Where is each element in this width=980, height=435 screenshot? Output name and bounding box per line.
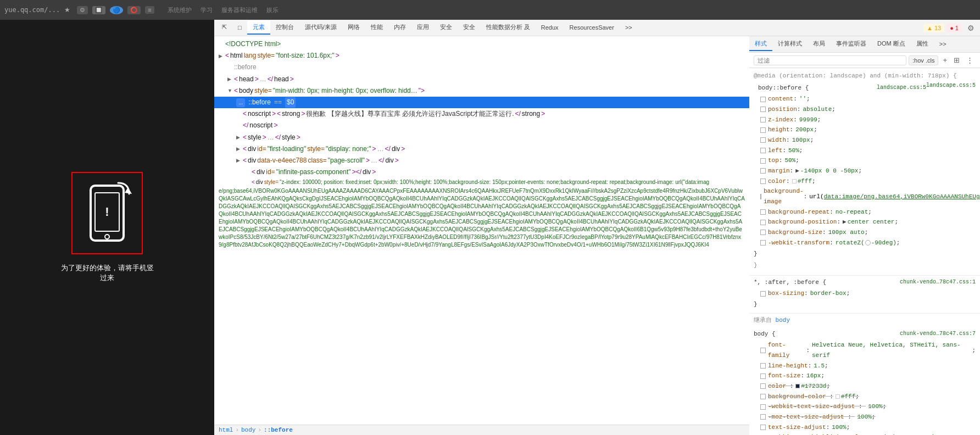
bookmark-systemmaint[interactable]: 系统维护 — [168, 6, 192, 14]
dt-tab-performance[interactable]: 性能 — [365, 21, 388, 35]
styles-tab-layout[interactable]: 布局 — [808, 37, 831, 51]
dt-tab-security[interactable]: 安全 — [435, 21, 458, 35]
dt-tab-network[interactable]: 网络 — [342, 21, 365, 35]
prop-checkbox-webkit-textsize[interactable] — [760, 404, 766, 410]
inherited-body-link[interactable]: body — [776, 317, 790, 324]
style-prop-content[interactable]: content : ''; — [749, 94, 980, 104]
style-prop-bg-position[interactable]: background-position : ▶ center center; — [749, 217, 980, 227]
styles-tab-more[interactable]: >> — [934, 38, 952, 51]
color-swatch-dark[interactable] — [795, 384, 800, 388]
prop-checkbox-bgcolor-body[interactable] — [760, 394, 766, 399]
breadcrumb-html[interactable]: html — [219, 427, 233, 433]
style-prop-bg-size[interactable]: background-size : 100px auto; — [749, 227, 980, 238]
style-prop-fontsize[interactable]: font-size : 16px; — [749, 371, 980, 381]
style-prop-moz-textsize[interactable]: -moz-text-size-adjust : 100%; — [749, 412, 980, 422]
prop-checkbox-fontfamily[interactable] — [760, 348, 766, 353]
style-prop-color-body[interactable]: color : #17233d; — [749, 381, 980, 392]
dt-errors-badge[interactable]: ● 1 — [946, 24, 962, 32]
dt-tab-perfdata[interactable]: 性能数据分析 及 — [481, 21, 536, 35]
style-source-chunk[interactable]: chunk-vendo…78c47.css:1 — [900, 278, 976, 287]
dt-tab-memory[interactable]: 内存 — [388, 21, 411, 35]
ext-icon-3[interactable]: 🔵 — [110, 6, 123, 14]
ext-icon-2[interactable]: 🔲 — [92, 6, 105, 14]
dt-tab-sources[interactable]: 源代码/来源 — [299, 21, 342, 35]
bookmark-entertainment[interactable]: 娱乐 — [266, 6, 279, 14]
style-prop-zindex[interactable]: z-index : 99999; — [749, 115, 980, 125]
style-prop-margin[interactable]: margin : ▶ -140px 0 0 -50px; — [749, 166, 980, 176]
dt-tab-lighthouse[interactable]: 安全 — [458, 21, 481, 35]
prop-checkbox-textsize[interactable] — [760, 425, 766, 430]
style-prop-top[interactable]: top : 50%; — [749, 155, 980, 166]
ext-icon-4[interactable]: ⭕ — [127, 6, 141, 14]
style-source-landscape2[interactable]: landscape.css:5 — [877, 83, 926, 92]
breadcrumb-body[interactable]: body — [241, 427, 255, 433]
filter-state-btn[interactable]: :hov .cls — [909, 55, 938, 65]
style-prop-webkit-taphighlight[interactable]: -webkit-tap-highlight-color : rgba(0, 0,… — [749, 432, 980, 435]
prop-checkbox-boxsizing[interactable] — [760, 291, 766, 297]
prop-checkbox-position[interactable] — [760, 107, 766, 112]
prop-checkbox-bg-position[interactable] — [760, 220, 766, 225]
prop-checkbox-height[interactable] — [760, 127, 766, 133]
dt-tab-application[interactable]: 应用 — [411, 21, 435, 35]
style-prop-webkit-textsize[interactable]: -webkit-text-size-adjust : 100%; — [749, 401, 980, 412]
color-swatch-white[interactable] — [792, 179, 797, 183]
prop-checkbox-color-body[interactable] — [760, 383, 766, 389]
styles-tab-computed[interactable]: 计算样式 — [772, 37, 808, 51]
prop-checkbox-lineheight[interactable] — [760, 363, 766, 369]
prop-checkbox-width[interactable] — [760, 137, 766, 143]
styles-tab-dombreakpoints[interactable]: DOM 断点 — [872, 37, 911, 51]
color-swatch-white2[interactable] — [836, 394, 840, 399]
dt-tab-more[interactable]: >> — [620, 22, 638, 34]
prop-checkbox-top[interactable] — [760, 158, 766, 164]
prop-checkbox-bg-image[interactable] — [760, 194, 761, 199]
style-prop-lineheight[interactable]: line-height : 1.5; — [749, 361, 980, 371]
style-prop-color[interactable]: color : #fff; — [749, 176, 980, 187]
style-prop-bg-repeat[interactable]: background-repeat : no-repeat; — [749, 207, 980, 217]
prop-checkbox-zindex[interactable] — [760, 117, 766, 122]
prop-checkbox-fontsize[interactable] — [760, 373, 766, 379]
dt-tab-redux[interactable]: Redux — [536, 22, 564, 34]
dt-tab-console[interactable]: 控制台 — [270, 21, 299, 35]
style-prop-boxsizing[interactable]: box-sizing : border-box; — [749, 288, 980, 299]
dt-tab-inspect[interactable]: □ — [232, 22, 247, 34]
style-prop-position[interactable]: position : absolute; — [749, 104, 980, 115]
style-prop-width[interactable]: width : 100px; — [749, 135, 980, 146]
html-line-before-selected[interactable]: ... ::before == $0 — [214, 97, 749, 108]
style-prop-left[interactable]: left : 50%; — [749, 146, 980, 156]
color-swatch-circle[interactable] — [865, 240, 871, 246]
html-panel[interactable]: <!DOCTYPE html> ▶ <html lang style="font… — [214, 36, 749, 425]
filter-input[interactable] — [754, 55, 906, 65]
prop-checkbox-margin[interactable] — [760, 168, 766, 174]
bg-image-link[interactable]: data:image/png.base64,iVBORw0KGoAAAANSUh… — [824, 192, 980, 202]
prop-checkbox-color[interactable] — [760, 179, 766, 184]
style-prop-fontfamily[interactable]: font-family : Helvetica Neue, Helvetica,… — [749, 340, 980, 360]
prop-checkbox-bg-repeat[interactable] — [760, 209, 766, 215]
styles-tab-eventlisteners[interactable]: 事件监听器 — [831, 37, 872, 51]
html-line-firstloading[interactable]: ▶ <div id="first-loading" style="display… — [214, 143, 749, 155]
html-line-body[interactable]: ▼ <body style="min-width: 0px; min-heigh… — [214, 85, 749, 97]
prop-checkbox-moz-textsize[interactable] — [760, 414, 766, 420]
bookmark-learning[interactable]: 学习 — [201, 6, 213, 14]
html-line-pagescroll[interactable]: ▶ <div data-v-e4eec788 class="page-scrol… — [214, 155, 749, 166]
dt-warnings-badge[interactable]: ▲ 13 — [923, 24, 944, 32]
style-source-body[interactable]: chunk-vendo…78c47.css:7 — [900, 330, 976, 338]
html-line-head[interactable]: ▶ <head> … </head> — [214, 74, 749, 85]
prop-checkbox-webkit-transform[interactable] — [760, 240, 766, 246]
style-prop-height[interactable]: height : 200px; — [749, 125, 980, 135]
filter-add-btn[interactable]: + — [940, 55, 949, 65]
filter-toggle-btn[interactable]: ⊞ — [951, 55, 962, 65]
html-line-html[interactable]: ▶ <html lang style="font-size: 101.6px;"… — [214, 50, 749, 62]
breadcrumb-before[interactable]: ::before — [264, 427, 293, 433]
styles-tab-properties[interactable]: 属性 — [911, 37, 934, 51]
styles-content[interactable]: @media (orientation: landscape) and (min… — [749, 68, 980, 435]
ext-icon-1[interactable]: ⚙ — [77, 6, 88, 14]
style-source-landscape[interactable]: landscape.css:5 — [926, 81, 976, 90]
dt-tab-pointer[interactable]: ⇱ — [216, 21, 232, 34]
prop-checkbox-left[interactable] — [760, 148, 766, 153]
dt-tab-resourcessaver[interactable]: ResourcesSaver — [564, 22, 620, 34]
styles-tab-styles[interactable]: 样式 — [749, 37, 772, 51]
style-prop-background-image[interactable]: background-image : url( data:image/png.b… — [749, 186, 980, 207]
style-prop-bgcolor-body[interactable]: background-color : #fff; — [749, 392, 980, 402]
ext-icon-5[interactable]: ≡ — [145, 6, 154, 14]
dt-settings-btn[interactable]: ⚙ — [964, 23, 978, 34]
